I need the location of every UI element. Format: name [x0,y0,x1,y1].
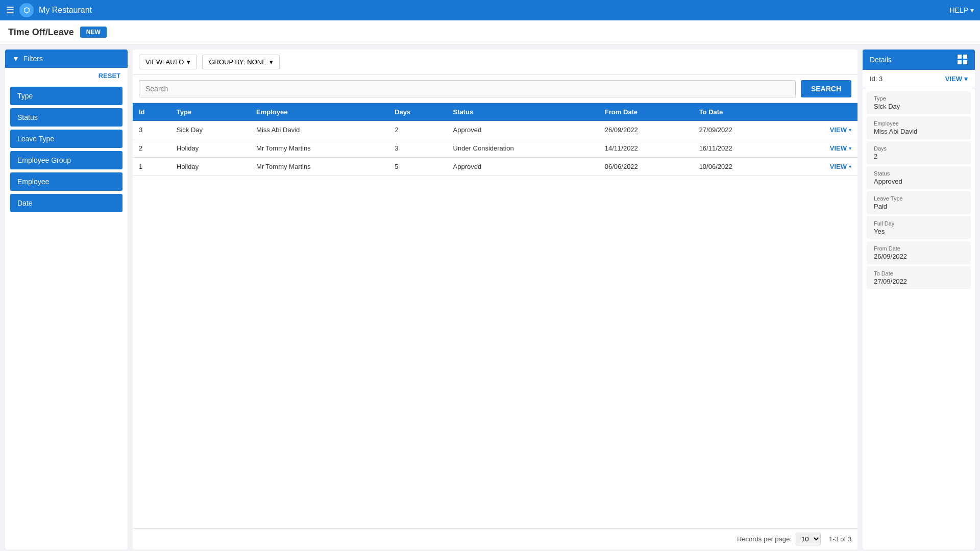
pagination: Records per page: 10 25 50 1-3 of 3 [133,528,857,549]
filter-icon: ▼ [12,55,19,63]
detail-field-days: Days 2 [867,141,971,164]
main-layout: ▼ Filters RESET Type Status Leave Type E… [0,44,980,551]
col-employee: Employee [250,103,388,121]
cell-days: 5 [388,158,447,176]
detail-field-from-date: From Date 26/09/2022 [867,241,971,264]
search-button[interactable]: SEARCH [801,80,851,97]
cell-employee: Mr Tommy Martins [250,139,388,158]
cell-to-date: 27/09/2022 [693,121,788,139]
cell-days: 3 [388,139,447,158]
filters-header: ▼ Filters [5,49,128,68]
cell-from-date: 06/06/2022 [599,158,693,176]
cell-status: Approved [447,121,599,139]
pagination-range: 1-3 of 3 [829,535,851,543]
chevron-down-icon: ▾ [270,58,273,66]
details-fields: Type Sick Day Employee Miss Abi David Da… [863,88,975,292]
filter-status[interactable]: Status [10,108,122,127]
cell-days: 2 [388,121,447,139]
chevron-down-icon[interactable]: ▾ [849,164,851,169]
cell-to-date: 10/06/2022 [693,158,788,176]
col-actions [787,103,857,121]
col-type: Type [170,103,250,121]
detail-value: Yes [874,228,964,235]
detail-field-type: Type Sick Day [867,91,971,114]
col-to-date: To Date [693,103,788,121]
nav-left: ☰ ⬡ My Restaurant [6,3,92,17]
chevron-down-icon: ▾ [964,75,968,83]
view-auto-button[interactable]: VIEW: AUTO ▾ [139,55,197,69]
detail-field-employee: Employee Miss Abi David [867,116,971,139]
detail-label: Full Day [874,220,964,227]
top-nav: ☰ ⬡ My Restaurant HELP ▾ [0,0,980,20]
table-container: Id Type Employee Days Status From Date T… [133,103,857,528]
cell-status: Approved [447,158,599,176]
filter-date[interactable]: Date [10,194,122,212]
records-per-page-label: Records per page: [737,535,792,543]
toolbar: VIEW: AUTO ▾ GROUP BY: NONE ▾ [133,49,857,75]
table-row: 1 Holiday Mr Tommy Martins 5 Approved 06… [133,158,857,176]
cell-view: VIEW ▾ [787,158,857,176]
group-by-button[interactable]: GROUP BY: NONE ▾ [202,55,279,69]
detail-field-to-date: To Date 27/09/2022 [867,266,971,289]
details-view-button[interactable]: VIEW ▾ [945,75,968,83]
reset-button[interactable]: RESET [5,68,128,84]
col-days: Days [388,103,447,121]
detail-field-full-day: Full Day Yes [867,216,971,239]
cell-from-date: 26/09/2022 [599,121,693,139]
detail-label: Days [874,145,964,152]
view-link[interactable]: VIEW [830,126,847,134]
cell-to-date: 16/11/2022 [693,139,788,158]
content-area: VIEW: AUTO ▾ GROUP BY: NONE ▾ SEARCH Id … [133,49,857,549]
col-id: Id [133,103,170,121]
hamburger-icon[interactable]: ☰ [6,5,14,16]
per-page-select[interactable]: 10 25 50 [796,533,821,545]
app-icon: ⬡ [19,3,34,17]
table-header-row: Id Type Employee Days Status From Date T… [133,103,857,121]
page-title: Time Off/Leave [8,27,74,38]
cell-type: Sick Day [170,121,250,139]
cell-employee: Miss Abi David [250,121,388,139]
cell-type: Holiday [170,158,250,176]
detail-value: Approved [874,178,964,185]
filter-leave-type[interactable]: Leave Type [10,130,122,148]
detail-label: Employee [874,120,964,127]
detail-value: 2 [874,153,964,160]
view-link[interactable]: VIEW [830,144,847,152]
details-header: Details [863,49,975,70]
page-header: Time Off/Leave NEW [0,20,980,44]
cell-id: 3 [133,121,170,139]
cell-view: VIEW ▾ [787,121,857,139]
detail-label: Status [874,170,964,177]
view-link[interactable]: VIEW [830,163,847,170]
cell-type: Holiday [170,139,250,158]
detail-label: To Date [874,270,964,277]
detail-value: Miss Abi David [874,128,964,135]
chevron-down-icon[interactable]: ▾ [849,145,851,151]
grid-icon [958,55,968,65]
cell-id: 1 [133,158,170,176]
detail-value: 27/09/2022 [874,278,964,285]
details-panel: Details Id: 3 VIEW ▾ Type Sick Day Emplo… [863,49,975,549]
sidebar: ▼ Filters RESET Type Status Leave Type E… [5,49,128,549]
search-input[interactable] [139,80,796,97]
cell-employee: Mr Tommy Martins [250,158,388,176]
detail-label: Leave Type [874,195,964,202]
details-title: Details [870,56,892,64]
detail-label: Type [874,95,964,102]
detail-field-leave-type: Leave Type Paid [867,191,971,214]
filter-employee[interactable]: Employee [10,172,122,191]
filter-items-container: Type Status Leave Type Employee Group Em… [5,84,128,549]
col-from-date: From Date [599,103,693,121]
new-button[interactable]: NEW [80,27,107,38]
chevron-down-icon[interactable]: ▾ [849,127,851,133]
filters-label: Filters [23,55,43,63]
filter-type[interactable]: Type [10,87,122,105]
detail-value: Paid [874,203,964,210]
table-row: 3 Sick Day Miss Abi David 2 Approved 26/… [133,121,857,139]
leave-table: Id Type Employee Days Status From Date T… [133,103,857,176]
help-button[interactable]: HELP ▾ [949,6,974,14]
filter-employee-group[interactable]: Employee Group [10,151,122,169]
detail-value: 26/09/2022 [874,253,964,260]
chevron-down-icon: ▾ [970,6,974,14]
col-status: Status [447,103,599,121]
